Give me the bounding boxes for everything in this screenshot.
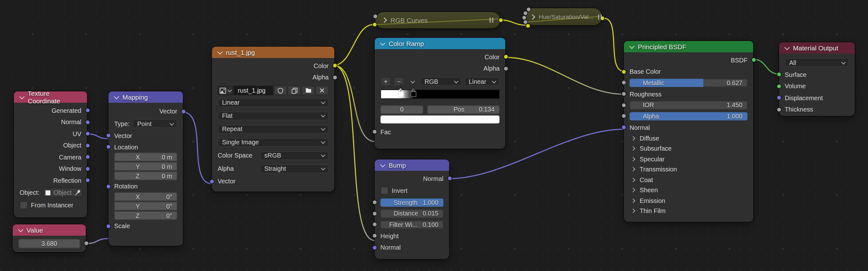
node-header-principled[interactable]: Principled BSDF (624, 41, 753, 52)
panel-specular[interactable]: Specular (624, 154, 753, 164)
rotation-z-field[interactable]: Z0° (114, 211, 177, 220)
panel-transmission[interactable]: Transmission (624, 164, 753, 175)
socket-color-input[interactable] (525, 23, 530, 28)
source-dropdown[interactable]: Single Image (218, 138, 329, 146)
collapse-chevron-icon[interactable] (784, 45, 790, 50)
socket-filter-width-input[interactable] (372, 222, 377, 227)
new-image-button[interactable] (288, 86, 301, 95)
socket-color-input[interactable] (372, 22, 377, 27)
socket-ior-input[interactable] (621, 103, 626, 108)
socket-surface-input[interactable] (776, 72, 781, 77)
panel-coat[interactable]: Coat (624, 175, 753, 185)
interpolation-dropdown[interactable]: Linear (464, 77, 500, 86)
socket-object-output[interactable] (85, 143, 90, 148)
stop-position-field[interactable]: Pos0.134 (427, 105, 500, 114)
location-x-field[interactable]: X0 m (114, 153, 177, 161)
socket-uv-output[interactable] (85, 131, 90, 136)
collapse-chevron-icon[interactable] (114, 94, 119, 99)
socket-normal-output[interactable] (85, 120, 90, 125)
panel-emission[interactable]: Emission (624, 195, 753, 206)
socket-displacement-input[interactable] (776, 96, 781, 101)
socket-alpha-output[interactable] (503, 66, 508, 71)
panel-diffuse[interactable]: Diffuse (624, 133, 753, 143)
node-header-mapping[interactable]: Mapping (108, 91, 183, 103)
projection-dropdown[interactable]: Flat (218, 111, 329, 120)
node-header-color-ramp[interactable]: Color Ramp (375, 38, 505, 49)
socket-generated-output[interactable] (85, 108, 90, 113)
stop-index-field[interactable]: 0 (380, 105, 423, 114)
ramp-tools-dropdown[interactable] (407, 76, 417, 86)
node-header-texture-coordinate[interactable]: Texture Coordinate (14, 91, 87, 103)
interpolation-dropdown[interactable]: Linear (218, 98, 329, 107)
node-mapping[interactable]: Mapping Vector Type: Point Vector Locati… (108, 91, 183, 246)
socket-distance-input[interactable] (372, 211, 377, 216)
value-number-field[interactable]: 3.680 (18, 239, 80, 248)
socket-color-output[interactable] (503, 55, 508, 60)
socket-strength-input[interactable] (372, 200, 377, 205)
filter-width-field[interactable]: Filter Wi...0.100 (380, 220, 443, 229)
socket-alpha-output[interactable] (332, 75, 337, 80)
collapse-chevron-icon[interactable] (19, 94, 25, 99)
ior-field[interactable]: IOR1.450 (629, 101, 747, 109)
socket-value-output[interactable] (84, 241, 89, 246)
ramp-stop-black[interactable] (411, 91, 416, 97)
socket-normal-input[interactable] (372, 245, 377, 250)
location-y-field[interactable]: Y0 m (114, 162, 177, 171)
remove-stop-button[interactable]: − (394, 76, 404, 86)
object-picker-field[interactable]: Object (42, 188, 82, 197)
extension-dropdown[interactable]: Repeat (218, 125, 329, 133)
eyedropper-icon[interactable] (74, 190, 81, 196)
image-name-field[interactable]: rust_1.jpg (234, 86, 273, 95)
add-stop-button[interactable]: + (380, 76, 391, 86)
socket-reflection-output[interactable] (85, 178, 90, 183)
panel-sheen[interactable]: Sheen (624, 185, 753, 195)
node-rgb-curves-collapsed[interactable]: RGB Curves (375, 12, 500, 28)
node-hue-saturation-collapsed[interactable]: Hue/Saturation/Val... (525, 8, 602, 25)
image-browse-button[interactable] (218, 86, 233, 95)
node-header-image-texture[interactable]: rust_1.jpg (212, 47, 334, 58)
socket-color-output[interactable] (498, 17, 503, 22)
node-bump[interactable]: Bump Normal Invert Strength1.000 Distanc… (375, 160, 449, 259)
socket-vector-input[interactable] (106, 133, 111, 138)
socket-metallic-input[interactable] (621, 80, 626, 86)
open-image-button[interactable] (302, 86, 315, 95)
socket-location-input[interactable] (106, 144, 111, 149)
fake-user-button[interactable] (274, 86, 287, 95)
location-z-field[interactable]: Z0 m (114, 171, 177, 180)
socket-camera-output[interactable] (85, 155, 90, 160)
collapse-chevron-icon[interactable] (380, 162, 385, 167)
collapse-chevron-icon[interactable] (18, 227, 23, 232)
alpha-slider[interactable]: Alpha1.000 (629, 112, 747, 121)
node-header-bump[interactable]: Bump (375, 160, 449, 171)
ramp-stop-white[interactable] (398, 91, 404, 97)
node-texture-coordinate[interactable]: Texture Coordinate Generated Normal UV O… (14, 91, 87, 217)
collapse-chevron-icon[interactable] (380, 40, 385, 46)
socket-base-color-input[interactable] (621, 69, 626, 74)
socket-scale-input[interactable] (106, 224, 111, 229)
socket-normal-input[interactable] (621, 125, 626, 130)
socket-color-output[interactable] (332, 63, 337, 68)
socket-volume-input[interactable] (776, 84, 781, 89)
stop-color-swatch[interactable] (380, 115, 500, 124)
collapse-chevron-icon[interactable] (629, 43, 634, 49)
node-color-ramp[interactable]: Color Ramp Color Alpha + − RGB Linear 0 … (375, 38, 505, 149)
node-header-value[interactable]: Value (12, 224, 86, 236)
strength-slider[interactable]: Strength1.000 (380, 198, 443, 207)
socket-thickness-input[interactable] (776, 107, 781, 112)
socket-roughness-input[interactable] (621, 91, 626, 96)
metallic-slider[interactable]: Metallic0.627 (629, 78, 747, 87)
socket-rotation-input[interactable] (106, 184, 111, 189)
socket-normal-output[interactable] (447, 176, 452, 181)
from-instancer-checkbox[interactable] (20, 201, 28, 209)
invert-checkbox[interactable] (380, 187, 389, 195)
node-material-output[interactable]: Material Output All Surface Volume Displ… (779, 42, 855, 116)
node-value[interactable]: Value 3.680 (12, 224, 86, 252)
distance-field[interactable]: Distance0.015 (380, 209, 443, 218)
color-space-dropdown[interactable]: sRGB (260, 151, 329, 160)
socket-vector-output[interactable] (181, 109, 186, 114)
color-mode-dropdown[interactable]: RGB (420, 77, 462, 86)
socket-fac-input[interactable] (373, 14, 378, 19)
mapping-type-dropdown[interactable]: Point (133, 119, 177, 128)
output-target-dropdown[interactable]: All (785, 58, 849, 67)
panel-thin-film[interactable]: Thin Film (624, 206, 753, 216)
